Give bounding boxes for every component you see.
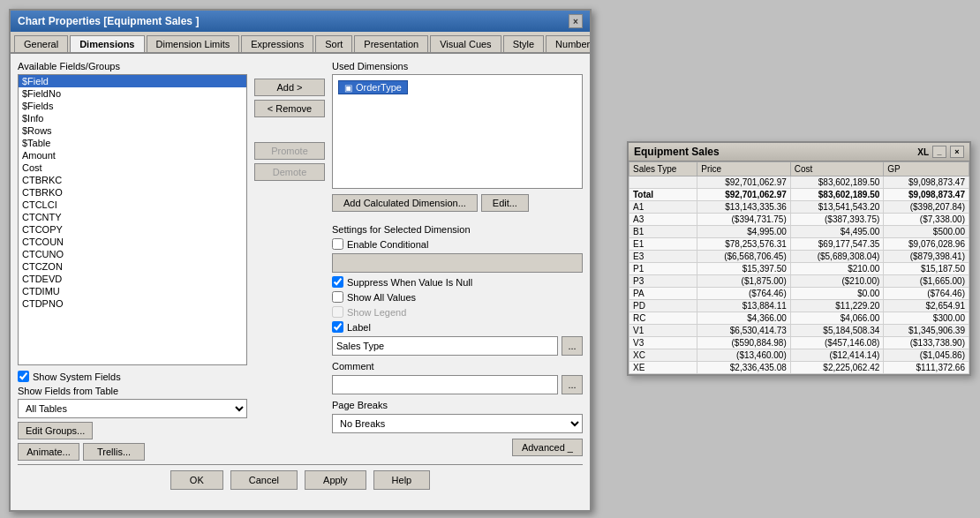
label-ellipsis-button[interactable]: ... bbox=[562, 336, 583, 356]
add-button[interactable]: Add > bbox=[254, 79, 325, 96]
table-cell: ($6,568,706.45) bbox=[697, 251, 791, 263]
ok-button[interactable]: OK bbox=[170, 470, 223, 490]
label-input[interactable] bbox=[332, 336, 558, 356]
animate-button[interactable]: Animate... bbox=[18, 443, 79, 461]
demote-button[interactable]: Demote bbox=[254, 163, 325, 181]
list-item[interactable]: Cost bbox=[19, 161, 246, 174]
dialog-content: Available Fields/Groups $Field $FieldNo … bbox=[11, 54, 590, 499]
table-cell: $5,184,508.34 bbox=[790, 325, 884, 337]
list-item[interactable]: CTCOPY bbox=[19, 223, 246, 236]
equipment-sales-panel: Equipment Sales XL _ × Sales Type Price … bbox=[627, 141, 971, 376]
table-cell: ($1,875.00) bbox=[697, 275, 791, 288]
equip-close-button[interactable]: × bbox=[950, 146, 964, 158]
table-cell: ($13,460.00) bbox=[697, 349, 791, 362]
table-cell: $83,602,189.50 bbox=[790, 176, 884, 189]
comment-input[interactable] bbox=[332, 375, 558, 394]
list-item[interactable]: CTDPNO bbox=[19, 297, 246, 310]
cancel-button[interactable]: Cancel bbox=[230, 470, 298, 490]
help-button[interactable]: Help bbox=[373, 470, 431, 490]
advanced-button[interactable]: Advanced _ bbox=[512, 439, 583, 456]
tab-visual-cues[interactable]: Visual Cues bbox=[430, 35, 501, 52]
list-item[interactable]: $Rows bbox=[19, 124, 246, 137]
apply-button[interactable]: Apply bbox=[305, 470, 366, 490]
show-system-fields-checkbox[interactable] bbox=[18, 371, 29, 382]
edit-groups-button[interactable]: Edit Groups... bbox=[18, 422, 93, 439]
tab-sort[interactable]: Sort bbox=[315, 35, 352, 52]
label-label: Label bbox=[347, 322, 371, 333]
list-item[interactable]: $Field bbox=[19, 75, 246, 87]
table-cell bbox=[629, 176, 697, 189]
comment-label: Comment bbox=[332, 361, 583, 372]
available-fields-listbox-container: $Field $FieldNo $Fields $Info $Rows $Tab… bbox=[18, 74, 247, 365]
tab-general[interactable]: General bbox=[14, 35, 68, 52]
table-row: A1$13,143,335.36$13,541,543.20($398,207.… bbox=[629, 201, 969, 214]
dialog-close-button[interactable]: × bbox=[569, 14, 583, 28]
settings-label: Settings for Selected Dimension bbox=[332, 224, 583, 235]
remove-button[interactable]: < Remove bbox=[254, 100, 325, 117]
promote-button[interactable]: Promote bbox=[254, 142, 325, 160]
table-cell: $13,884.11 bbox=[697, 300, 791, 312]
list-item[interactable]: Amount bbox=[19, 149, 246, 161]
tab-expressions[interactable]: Expressions bbox=[241, 35, 313, 52]
list-item[interactable]: CTCZON bbox=[19, 260, 246, 273]
conditional-input[interactable] bbox=[332, 253, 583, 273]
col-header-gp: GP bbox=[884, 162, 969, 176]
expand-icon: ▣ bbox=[344, 83, 352, 93]
show-all-values-checkbox[interactable] bbox=[332, 291, 343, 303]
tab-presentation[interactable]: Presentation bbox=[354, 35, 428, 52]
equip-table: Sales Type Price Cost GP $92,701,062.97$… bbox=[629, 161, 969, 374]
used-dims-box[interactable]: ▣ OrderType bbox=[332, 74, 583, 189]
list-item[interactable]: CTCOUN bbox=[19, 236, 246, 248]
right-panel: Used Dimensions ▣ OrderType Add Calculat… bbox=[332, 61, 583, 461]
table-cell: ($590,884.98) bbox=[697, 337, 791, 349]
equip-xl-label: XL bbox=[917, 147, 929, 157]
tab-dimensions[interactable]: Dimensions bbox=[70, 35, 144, 54]
list-item[interactable]: CTCUNO bbox=[19, 248, 246, 260]
table-cell: ($398,207.84) bbox=[884, 201, 969, 214]
table-row: RC$4,366.00$4,066.00$300.00 bbox=[629, 312, 969, 325]
tab-number[interactable]: Number bbox=[546, 35, 590, 52]
list-item[interactable]: CTBRKC bbox=[19, 174, 246, 186]
available-fields-listbox[interactable]: $Field $FieldNo $Fields $Info $Rows $Tab… bbox=[19, 75, 246, 364]
table-cell: ($387,393.75) bbox=[790, 214, 884, 226]
table-cell: E1 bbox=[629, 238, 697, 251]
table-cell: $210.00 bbox=[790, 263, 884, 275]
table-cell: ($879,398.41) bbox=[884, 251, 969, 263]
list-item[interactable]: $Table bbox=[19, 137, 246, 149]
table-cell: XE bbox=[629, 362, 697, 374]
comment-ellipsis-button[interactable]: ... bbox=[562, 375, 583, 394]
tab-style[interactable]: Style bbox=[503, 35, 544, 52]
list-item[interactable]: $Info bbox=[19, 112, 246, 124]
list-item[interactable]: CTDIMU bbox=[19, 285, 246, 297]
table-cell: $9,076,028.96 bbox=[884, 238, 969, 251]
left-panel: Available Fields/Groups $Field $FieldNo … bbox=[18, 61, 247, 461]
tab-dimension-limits[interactable]: Dimension Limits bbox=[147, 35, 240, 52]
list-item[interactable]: CTCNTY bbox=[19, 211, 246, 223]
page-breaks-select[interactable]: No Breaks bbox=[332, 414, 583, 433]
edit-button[interactable]: Edit... bbox=[481, 194, 529, 212]
enable-conditional-checkbox[interactable] bbox=[332, 238, 343, 250]
dimension-chip-label: OrderType bbox=[356, 82, 402, 93]
equip-minimize-button[interactable]: _ bbox=[932, 146, 946, 158]
table-cell: $15,397.50 bbox=[697, 263, 791, 275]
list-item[interactable]: $Fields bbox=[19, 100, 246, 112]
show-legend-checkbox[interactable] bbox=[332, 306, 343, 318]
list-item[interactable]: CTDEVD bbox=[19, 273, 246, 285]
table-cell: $2,336,435.08 bbox=[697, 362, 791, 374]
add-calculated-button[interactable]: Add Calculated Dimension... bbox=[332, 194, 478, 212]
equip-title: Equipment Sales bbox=[634, 146, 720, 158]
dimension-chip[interactable]: ▣ OrderType bbox=[338, 80, 408, 94]
suppress-null-checkbox[interactable] bbox=[332, 276, 343, 288]
table-combo-row: All Tables bbox=[18, 399, 247, 418]
bottom-buttons-row: Edit Groups... bbox=[18, 422, 247, 439]
list-item[interactable]: CTCLCI bbox=[19, 199, 246, 211]
label-checkbox[interactable] bbox=[332, 321, 343, 333]
table-cell: ($1,045.86) bbox=[884, 349, 969, 362]
middle-panel: Add > < Remove Promote Demote bbox=[254, 61, 325, 461]
table-select[interactable]: All Tables bbox=[18, 399, 247, 418]
table-row: V1$6,530,414.73$5,184,508.34$1,345,906.3… bbox=[629, 325, 969, 337]
list-item[interactable]: CTBRKO bbox=[19, 186, 246, 199]
list-item[interactable]: $FieldNo bbox=[19, 87, 246, 100]
trellis-button[interactable]: Trellis... bbox=[83, 443, 145, 461]
show-system-fields-label: Show System Fields bbox=[33, 372, 121, 382]
